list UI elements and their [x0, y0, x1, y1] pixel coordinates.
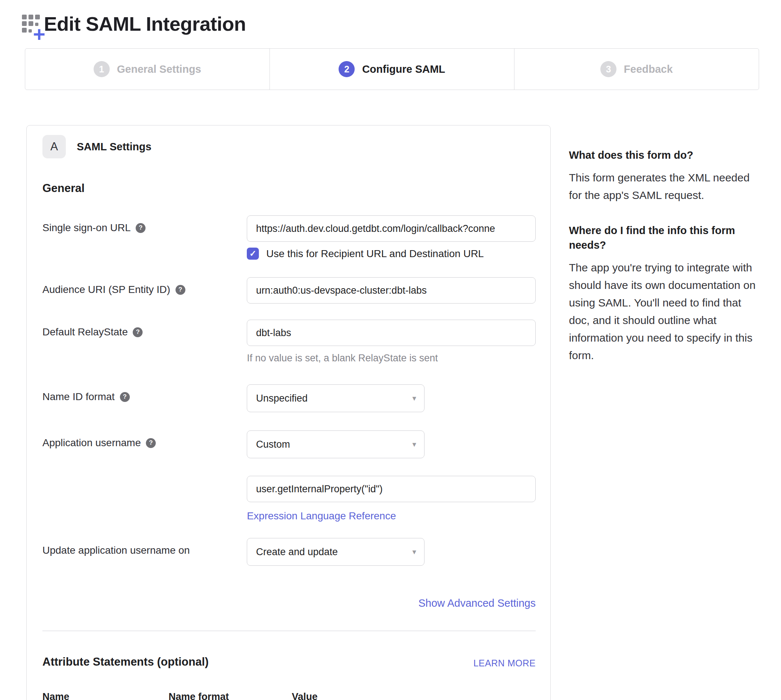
- column-header-value: Value: [292, 691, 318, 700]
- relay-state-helper-text: If no value is set, a blank RelayState i…: [247, 353, 536, 364]
- relay-state-row: Default RelayState ? If no value is set,…: [42, 320, 536, 364]
- attribute-statements-column-headers: Name Name format Value: [42, 691, 536, 700]
- card-title: SAML Settings: [77, 141, 152, 153]
- relay-state-label: Default RelayState: [42, 326, 128, 338]
- general-section-heading: General: [42, 182, 536, 195]
- saml-app-grid-plus-icon: +: [22, 15, 42, 37]
- step-general-settings[interactable]: 1 General Settings: [25, 48, 270, 90]
- caret-down-icon: ▾: [413, 440, 416, 449]
- sidebar-question-2: Where do I find the info this form needs…: [569, 223, 763, 252]
- sidebar-answer-2: The app you're trying to integrate with …: [569, 259, 763, 364]
- application-username-label: Application username: [42, 437, 141, 449]
- sidebar-answer-1: This form generates the XML needed for t…: [569, 169, 763, 204]
- update-username-select[interactable]: Create and update ▾: [247, 538, 425, 566]
- custom-expression-row: Expression Language Reference: [42, 476, 536, 522]
- section-divider: [42, 630, 536, 631]
- wizard-stepper: 1 General Settings 2 Configure SAML 3 Fe…: [25, 48, 759, 90]
- help-icon[interactable]: ?: [120, 392, 130, 402]
- grid-square: [35, 15, 40, 19]
- help-sidebar: What does this form do? This form genera…: [569, 125, 763, 364]
- card-header: A SAML Settings: [42, 135, 536, 158]
- name-id-format-select[interactable]: Unspecified ▾: [247, 384, 425, 412]
- caret-down-icon: ▾: [413, 394, 416, 403]
- page-header: + Edit SAML Integration: [0, 0, 781, 37]
- grid-square: [28, 21, 33, 26]
- step-number-badge: 3: [600, 61, 616, 77]
- attribute-statements-header: Attribute Statements (optional) LEARN MO…: [42, 655, 536, 668]
- application-username-row: Application username ? Custom ▾: [42, 430, 536, 458]
- select-value: Create and update: [256, 547, 338, 558]
- relay-state-input[interactable]: [247, 320, 536, 346]
- learn-more-link[interactable]: LEARN MORE: [473, 658, 536, 668]
- page-title: Edit SAML Integration: [44, 12, 246, 35]
- help-icon[interactable]: ?: [136, 223, 145, 233]
- audience-uri-input[interactable]: [247, 277, 536, 303]
- step-configure-saml[interactable]: 2 Configure SAML: [270, 48, 514, 90]
- checkbox-label: Use this for Recipient URL and Destinati…: [266, 248, 484, 260]
- grid-square: [28, 29, 32, 33]
- grid-square: [22, 28, 27, 33]
- name-id-format-row: Name ID format ? Unspecified ▾: [42, 384, 536, 412]
- sso-url-row: Single sign-on URL ? ✓ Use this for Reci…: [42, 215, 536, 260]
- select-value: Custom: [256, 439, 290, 450]
- sidebar-question-1: What does this form do?: [569, 148, 763, 162]
- application-username-select[interactable]: Custom ▾: [247, 430, 425, 458]
- audience-uri-label: Audience URI (SP Entity ID): [42, 284, 170, 295]
- plus-icon: +: [33, 27, 45, 42]
- name-id-format-label: Name ID format: [42, 391, 115, 403]
- step-number-badge: 2: [338, 61, 355, 77]
- recipient-destination-checkbox-row: ✓ Use this for Recipient URL and Destina…: [247, 248, 536, 260]
- checked-checkbox[interactable]: ✓: [247, 248, 259, 260]
- column-header-name: Name: [42, 691, 168, 700]
- section-a-badge: A: [42, 135, 66, 158]
- grid-square: [28, 15, 33, 19]
- update-username-row: Update application username on Create an…: [42, 538, 536, 566]
- expression-language-reference-link[interactable]: Expression Language Reference: [247, 510, 396, 522]
- update-username-label: Update application username on: [42, 545, 190, 556]
- column-header-name-format: Name format: [168, 691, 292, 700]
- custom-expression-input[interactable]: [247, 476, 536, 502]
- step-feedback[interactable]: 3 Feedback: [514, 48, 759, 90]
- step-label: General Settings: [117, 63, 201, 75]
- content-area: A SAML Settings General Single sign-on U…: [0, 125, 781, 700]
- help-icon[interactable]: ?: [133, 327, 143, 337]
- sso-url-input[interactable]: [247, 215, 536, 242]
- saml-settings-card: A SAML Settings General Single sign-on U…: [26, 125, 551, 700]
- help-icon[interactable]: ?: [146, 438, 156, 448]
- help-icon[interactable]: ?: [175, 285, 185, 295]
- show-advanced-settings-link[interactable]: Show Advanced Settings: [418, 597, 536, 609]
- caret-down-icon: ▾: [413, 547, 416, 556]
- audience-uri-row: Audience URI (SP Entity ID) ?: [42, 277, 536, 303]
- attribute-statements-heading: Attribute Statements (optional): [42, 655, 209, 668]
- grid-square: [22, 21, 27, 26]
- step-number-badge: 1: [93, 61, 110, 77]
- step-label: Configure SAML: [362, 63, 445, 75]
- select-value: Unspecified: [256, 393, 308, 404]
- step-label: Feedback: [624, 63, 673, 75]
- grid-square: [22, 15, 27, 19]
- sso-url-label: Single sign-on URL: [42, 222, 130, 234]
- advanced-settings-row: Show Advanced Settings: [42, 597, 536, 609]
